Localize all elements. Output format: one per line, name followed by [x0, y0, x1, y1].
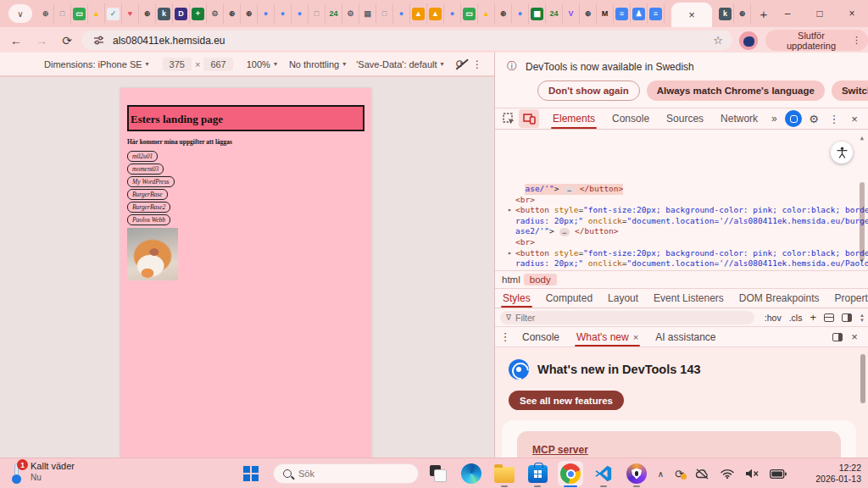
whats-new-scrollbar[interactable] [860, 354, 865, 403]
pinned-tab[interactable]: M [597, 3, 614, 24]
settings-gear-icon[interactable]: ⚙ [805, 113, 822, 125]
pinned-tab[interactable]: ✓ [105, 3, 122, 24]
pinned-tab[interactable]: ● [258, 3, 275, 24]
pinned-tab[interactable]: ⊕ [495, 3, 512, 24]
pinned-tab[interactable]: ≡ [614, 3, 631, 24]
pinned-tab[interactable]: ● [512, 3, 529, 24]
task-view-button[interactable] [426, 461, 451, 486]
new-style-rule-button[interactable]: + [810, 311, 816, 324]
pinned-tab[interactable]: D [173, 3, 190, 24]
landing-page-button[interactable]: BurgerBase2 [127, 202, 170, 213]
pinned-tab[interactable]: ▦ [529, 3, 546, 24]
scroll-up-icon[interactable]: ▲ [860, 133, 864, 144]
mcp-server-link[interactable]: MCP server [532, 444, 588, 456]
edge-button[interactable] [459, 461, 484, 486]
active-tab[interactable]: × [671, 3, 712, 27]
sidebar-tab[interactable]: Styles [495, 289, 538, 308]
vscode-button[interactable] [591, 461, 616, 486]
drawer-tab-console[interactable]: Console [514, 327, 568, 347]
back-button[interactable]: ← [7, 31, 25, 50]
pinned-tab[interactable]: ⊕ [241, 3, 258, 24]
browser-tab[interactable]: ⊕ [734, 3, 751, 24]
sync-status-icon[interactable]: ⟳ [675, 468, 684, 480]
minimize-button[interactable]: – [771, 0, 804, 27]
tab-search-button[interactable]: ∨ [8, 4, 32, 23]
pinned-tab[interactable]: ▲ [478, 3, 495, 24]
tray-chevron-up-icon[interactable]: ∧ [658, 469, 664, 479]
breadcrumb-body[interactable]: body [524, 274, 557, 286]
pinned-tab[interactable]: ⚙ [207, 3, 224, 24]
filter-input[interactable] [515, 313, 702, 323]
pinned-tab[interactable]: □ [376, 3, 393, 24]
device-toolbar-menu-icon[interactable]: ⋮ [472, 58, 482, 70]
drawer-menu-icon[interactable]: ⋮ [497, 330, 514, 343]
microsoft-store-button[interactable] [525, 461, 550, 486]
sidebar-tab[interactable]: Layout [600, 289, 646, 308]
save-data-select[interactable]: 'Save-Data': default ▾ [356, 59, 443, 69]
window-close-button[interactable]: × [836, 0, 868, 27]
chrome-button[interactable] [558, 461, 583, 486]
bookmark-star-icon[interactable]: ☆ [709, 30, 727, 49]
pinned-tab[interactable]: V [563, 3, 580, 24]
pinned-tab[interactable]: ⊕ [580, 3, 597, 24]
pinned-tab[interactable]: ♥ [122, 3, 139, 24]
viewport-height-input[interactable]: 667 [203, 58, 232, 71]
pinned-tab[interactable]: 24 [326, 3, 342, 24]
notice-action-button[interactable]: Switch DevTools to Swedish [832, 80, 868, 101]
tab-close-icon[interactable]: × [688, 8, 695, 21]
pinned-tab[interactable]: ▭ [461, 3, 478, 24]
pinned-tab[interactable]: ● [393, 3, 410, 24]
pinned-tab[interactable]: + [190, 3, 207, 24]
cloud-off-icon[interactable] [695, 469, 709, 480]
ai-assistance-icon[interactable] [785, 110, 802, 127]
forward-button[interactable]: → [32, 31, 51, 50]
taskbar-search[interactable] [273, 463, 419, 484]
zoom-select[interactable]: 100% ▾ [247, 59, 277, 69]
volume-mute-icon[interactable] [745, 469, 759, 479]
close-whats-new-icon[interactable]: × [633, 332, 638, 342]
reload-button[interactable]: ⟳ [58, 31, 76, 50]
landing-page-button[interactable]: My WordPress [127, 176, 175, 187]
toggle-hover-button[interactable]: :hov [765, 313, 782, 323]
pinned-tab[interactable]: ● [275, 3, 292, 24]
pinned-tab[interactable]: 24 [546, 3, 563, 24]
devtools-tab[interactable]: Network [712, 108, 766, 129]
computed-styles-icon[interactable] [824, 313, 834, 322]
sidebar-tab[interactable]: Event Listeners [646, 289, 732, 308]
sidebar-tab[interactable]: Properties [827, 289, 868, 308]
elements-tree[interactable]: ▲ ▼ ase/'"> … </button><br>▸<button styl… [495, 130, 868, 270]
pinned-tab[interactable]: ⊕ [224, 3, 241, 24]
pinned-tab[interactable]: ⊕ [139, 3, 156, 24]
pinned-tab[interactable]: k [156, 3, 173, 24]
new-tab-button[interactable]: + [754, 4, 773, 23]
landing-page-button[interactable]: Paolos Webb [127, 214, 170, 225]
wifi-icon[interactable] [721, 469, 734, 479]
drawer-close-icon[interactable]: × [846, 330, 863, 343]
landing-page-button[interactable]: BurgerBase [127, 189, 168, 200]
pinned-tab[interactable]: □ [54, 3, 71, 24]
throttling-select[interactable]: No throttling ▾ [289, 59, 346, 69]
pinned-tab[interactable]: ▲ [88, 3, 105, 24]
taskbar-clock[interactable]: 12:22 2026-01-13 [815, 463, 861, 485]
pinned-tab[interactable]: ▲ [410, 3, 427, 24]
sidebar-dock-icon[interactable] [842, 313, 852, 322]
pinned-tab[interactable]: ▲ [427, 3, 444, 24]
devtools-tab[interactable]: Sources [658, 108, 712, 129]
see-all-features-button[interactable]: See all new features [509, 391, 624, 410]
drawer-dock-icon[interactable] [832, 333, 843, 341]
toggle-class-button[interactable]: .cls [789, 313, 803, 323]
notice-action-button[interactable]: Always match Chrome's language [647, 80, 825, 101]
battery-icon[interactable] [770, 469, 787, 479]
toggle-device-toolbar-icon[interactable] [519, 109, 539, 128]
device-select[interactable]: Dimensions: iPhone SE ▾ [44, 59, 149, 69]
notice-action-button[interactable]: Don't show again [537, 80, 640, 101]
pinned-tab[interactable]: ● [292, 3, 309, 24]
file-explorer-button[interactable] [492, 461, 517, 486]
pinned-tab[interactable]: □ [309, 3, 326, 24]
pinned-tab[interactable]: ▭ [71, 3, 88, 24]
breadcrumb-html[interactable]: html [502, 274, 520, 285]
maximize-button[interactable]: □ [804, 0, 836, 27]
devtools-close-icon[interactable]: × [846, 113, 863, 125]
security-app-button[interactable] [624, 461, 649, 486]
viewport-width-input[interactable]: 375 [163, 58, 192, 71]
